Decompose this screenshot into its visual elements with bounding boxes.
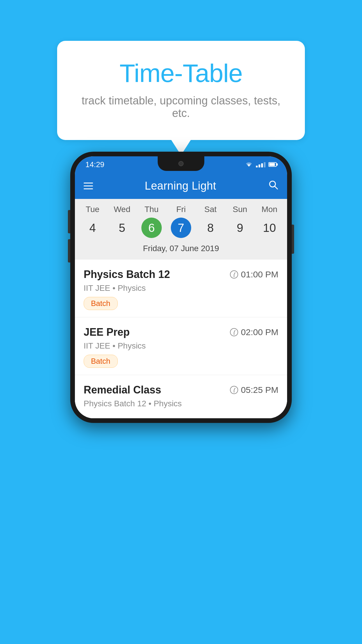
date-9[interactable]: 9 <box>225 218 255 238</box>
clock-icon-2 <box>230 328 238 336</box>
schedule-item-3-title: Remedial Class <box>84 384 161 396</box>
date-7-selected[interactable]: 7 <box>171 218 191 238</box>
schedule-item-2-header: JEE Prep 02:00 PM <box>84 326 278 338</box>
clock-icon-3 <box>230 386 238 394</box>
schedule-list: Physics Batch 12 01:00 PM IIT JEE • Phys… <box>75 260 287 418</box>
day-fri: Fri <box>166 205 196 214</box>
speech-bubble: Time-Table track timetable, upcoming cla… <box>57 41 305 140</box>
app-title: Learning Light <box>145 180 216 192</box>
selected-date-label: Friday, 07 June 2019 <box>75 242 287 257</box>
schedule-item-2-time: 02:00 PM <box>230 327 278 337</box>
wifi-icon <box>245 161 253 168</box>
schedule-item-1-tag: Batch <box>84 297 118 310</box>
day-numbers: 4 5 6 7 8 9 10 <box>75 218 287 238</box>
date-6-today[interactable]: 6 <box>141 218 162 238</box>
schedule-item-2-title: JEE Prep <box>84 326 130 338</box>
schedule-item-1-sub: IIT JEE • Physics <box>84 284 278 293</box>
calendar-section: Tue Wed Thu Fri Sat Sun Mon 4 5 6 7 8 9 … <box>75 199 287 260</box>
schedule-item-3[interactable]: Remedial Class 05:25 PM Physics Batch 12… <box>75 375 287 418</box>
day-thu: Thu <box>137 205 166 214</box>
phone-mockup: 14:29 <box>70 152 292 423</box>
date-10[interactable]: 10 <box>255 218 284 238</box>
date-5[interactable]: 5 <box>107 218 137 238</box>
schedule-item-2[interactable]: JEE Prep 02:00 PM IIT JEE • Physics Batc… <box>75 317 287 375</box>
day-mon: Mon <box>255 205 284 214</box>
clock-icon-1 <box>230 270 238 279</box>
date-4[interactable]: 4 <box>78 218 107 238</box>
volume-down-button <box>68 239 70 262</box>
phone-screen: 14:29 <box>75 156 287 418</box>
status-icons <box>245 161 277 168</box>
schedule-item-3-time-text: 05:25 PM <box>241 385 278 395</box>
schedule-item-1-title: Physics Batch 12 <box>84 268 170 281</box>
phone-frame: 14:29 <box>70 152 292 423</box>
day-tue: Tue <box>78 205 107 214</box>
volume-up-button <box>68 210 70 233</box>
front-camera <box>178 161 184 166</box>
battery-icon <box>268 162 277 167</box>
schedule-item-3-sub: Physics Batch 12 • Physics <box>84 399 278 408</box>
schedule-item-1-time: 01:00 PM <box>230 270 278 279</box>
schedule-item-3-header: Remedial Class 05:25 PM <box>84 384 278 396</box>
day-sun: Sun <box>225 205 255 214</box>
day-headers: Tue Wed Thu Fri Sat Sun Mon <box>75 205 287 214</box>
schedule-item-3-time: 05:25 PM <box>230 385 278 395</box>
schedule-item-2-tag: Batch <box>84 355 118 368</box>
schedule-item-2-sub: IIT JEE • Physics <box>84 341 278 351</box>
power-button <box>292 225 294 254</box>
day-wed: Wed <box>107 205 137 214</box>
search-button[interactable] <box>268 179 278 192</box>
hero-section: Time-Table track timetable, upcoming cla… <box>0 0 362 140</box>
hero-title: Time-Table <box>80 58 282 88</box>
schedule-item-1-header: Physics Batch 12 01:00 PM <box>84 268 278 281</box>
phone-notch <box>158 156 204 171</box>
signal-icon <box>256 162 266 167</box>
svg-line-1 <box>275 186 277 189</box>
status-time: 14:29 <box>85 160 104 169</box>
day-sat: Sat <box>196 205 225 214</box>
schedule-item-2-time-text: 02:00 PM <box>241 327 278 337</box>
app-bar: Learning Light <box>75 173 287 199</box>
schedule-item-1[interactable]: Physics Batch 12 01:00 PM IIT JEE • Phys… <box>75 260 287 317</box>
schedule-item-1-time-text: 01:00 PM <box>241 270 278 279</box>
menu-button[interactable] <box>84 183 93 189</box>
hero-subtitle: track timetable, upcoming classes, tests… <box>80 94 282 120</box>
date-8[interactable]: 8 <box>196 218 225 238</box>
